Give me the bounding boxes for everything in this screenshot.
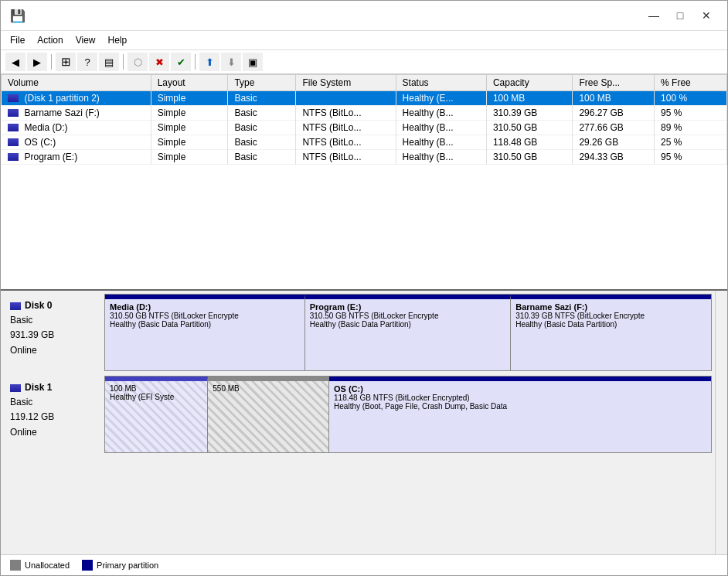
col-layout[interactable]: Layout bbox=[151, 75, 228, 91]
legend: Unallocated Primary partition bbox=[1, 554, 727, 575]
partition[interactable]: 550 MB bbox=[208, 377, 329, 452]
menu-file[interactable]: File bbox=[4, 32, 31, 48]
disk-label: Disk 0Basic931.39 GBOnline bbox=[4, 294, 104, 371]
col-freespace[interactable]: Free Sp... bbox=[573, 75, 655, 91]
legend-unallocated-label: Unallocated bbox=[25, 561, 70, 570]
table-row[interactable]: Program (E:)SimpleBasicNTFS (BitLo...Hea… bbox=[2, 150, 727, 165]
partition[interactable]: OS (C:)118.48 GB NTFS (BitLocker Encrypt… bbox=[329, 377, 711, 452]
grid-button[interactable]: ⊞ bbox=[56, 53, 76, 71]
partition-detail2: Healthy (Basic Data Partition) bbox=[310, 320, 506, 329]
menu-help[interactable]: Help bbox=[102, 32, 134, 48]
check-button[interactable]: ✔ bbox=[171, 53, 191, 71]
disk-label: Disk 1Basic119.12 GBOnline bbox=[4, 376, 104, 453]
app-icon: 💾 bbox=[10, 9, 26, 23]
col-volume[interactable]: Volume bbox=[2, 75, 151, 91]
partition-label: Program (E:) bbox=[310, 302, 506, 312]
list-button[interactable]: ▤ bbox=[99, 53, 119, 71]
partition-detail1: 310.39 GB NTFS (BitLocker Encrypte bbox=[515, 312, 706, 320]
disk-table: Volume Layout Type File System Status Ca… bbox=[1, 74, 727, 165]
toolbar-separator-2 bbox=[123, 54, 124, 70]
col-status[interactable]: Status bbox=[396, 75, 486, 91]
legend-primary-label: Primary partition bbox=[97, 561, 158, 570]
disk-table-section: Volume Layout Type File System Status Ca… bbox=[1, 74, 727, 291]
partition[interactable]: Program (E:)310.50 GB NTFS (BitLocker En… bbox=[305, 295, 512, 370]
menu-action[interactable]: Action bbox=[31, 32, 69, 48]
partition-detail1: 310.50 GB NTFS (BitLocker Encrypte bbox=[110, 312, 300, 320]
toolbar-separator-3 bbox=[195, 54, 196, 70]
col-filesystem[interactable]: File System bbox=[296, 75, 396, 91]
partition-label: Media (D:) bbox=[110, 302, 300, 312]
partition-label: Barname Sazi (F:) bbox=[515, 302, 706, 312]
disk-partitions: 100 MBHealthy (EFI Syste550 MBOS (C:)118… bbox=[104, 376, 712, 453]
legend-unallocated-box bbox=[10, 560, 21, 571]
partition-detail2: Healthy (Boot, Page File, Crash Dump, Ba… bbox=[334, 402, 706, 411]
disk-row: Disk 0Basic931.39 GBOnlineMedia (D:)310.… bbox=[4, 294, 712, 371]
content-area: Volume Layout Type File System Status Ca… bbox=[1, 74, 727, 575]
delete-button[interactable]: ✖ bbox=[149, 53, 169, 71]
legend-unallocated: Unallocated bbox=[10, 560, 70, 571]
partition-detail1: 310.50 GB NTFS (BitLocker Encrypte bbox=[310, 312, 506, 320]
disk-visual-section: Disk 0Basic931.39 GBOnlineMedia (D:)310.… bbox=[1, 291, 715, 554]
menu-bar: File Action View Help bbox=[1, 31, 727, 50]
partition-detail1: 100 MB bbox=[110, 384, 202, 393]
partition-detail2: Healthy (Basic Data Partition) bbox=[515, 320, 706, 329]
maximize-button[interactable]: □ bbox=[668, 7, 692, 24]
legend-primary: Primary partition bbox=[82, 560, 158, 571]
title-bar: 💾 — □ ✕ bbox=[1, 1, 727, 31]
minimize-button[interactable]: — bbox=[642, 7, 665, 24]
partition-detail1: 550 MB bbox=[213, 384, 324, 393]
window-controls: — □ ✕ bbox=[642, 7, 718, 24]
scrollbar[interactable] bbox=[715, 291, 727, 554]
partition[interactable]: Media (D:)310.50 GB NTFS (BitLocker Encr… bbox=[105, 295, 305, 370]
partition-detail2: Healthy (Basic Data Partition) bbox=[110, 320, 300, 329]
partition-detail1: 118.48 GB NTFS (BitLocker Encrypted) bbox=[334, 394, 706, 402]
forward-button[interactable]: ▶ bbox=[27, 53, 47, 71]
toolbar-separator-1 bbox=[51, 54, 52, 70]
partition[interactable]: Barname Sazi (F:)310.39 GB NTFS (BitLock… bbox=[511, 295, 711, 370]
toolbar: ◀ ▶ ⊞ ? ▤ ⬡ ✖ ✔ ⬆ ⬇ ▣ bbox=[1, 50, 727, 74]
disk-partitions: Media (D:)310.50 GB NTFS (BitLocker Encr… bbox=[104, 294, 712, 371]
disk-row: Disk 1Basic119.12 GBOnline100 MBHealthy … bbox=[4, 376, 712, 453]
back-button[interactable]: ◀ bbox=[5, 53, 26, 71]
help-button[interactable]: ? bbox=[77, 53, 97, 71]
menu-view[interactable]: View bbox=[70, 32, 102, 48]
square-button[interactable]: ▣ bbox=[243, 53, 263, 71]
legend-primary-box bbox=[82, 560, 93, 571]
col-type[interactable]: Type bbox=[228, 75, 296, 91]
col-pctfree[interactable]: % Free bbox=[655, 75, 727, 91]
table-row[interactable]: Barname Sazi (F:)SimpleBasicNTFS (BitLo.… bbox=[2, 106, 727, 121]
properties-button[interactable]: ⬡ bbox=[128, 53, 148, 71]
partition-label: OS (C:) bbox=[334, 384, 706, 394]
close-button[interactable]: ✕ bbox=[695, 7, 718, 24]
partition-detail2: Healthy (EFI Syste bbox=[110, 393, 202, 401]
table-row[interactable]: OS (C:)SimpleBasicNTFS (BitLo...Healthy … bbox=[2, 135, 727, 150]
up-button[interactable]: ⬆ bbox=[199, 53, 219, 71]
table-row[interactable]: Media (D:)SimpleBasicNTFS (BitLo...Healt… bbox=[2, 121, 727, 135]
title-bar-left: 💾 bbox=[10, 9, 32, 23]
main-window: 💾 — □ ✕ File Action View Help ◀ ▶ ⊞ ? ▤ … bbox=[0, 0, 728, 576]
partition[interactable]: 100 MBHealthy (EFI Syste bbox=[105, 377, 208, 452]
col-capacity[interactable]: Capacity bbox=[486, 75, 573, 91]
down-button[interactable]: ⬇ bbox=[221, 53, 241, 71]
table-row[interactable]: (Disk 1 partition 2)SimpleBasicHealthy (… bbox=[2, 91, 727, 106]
